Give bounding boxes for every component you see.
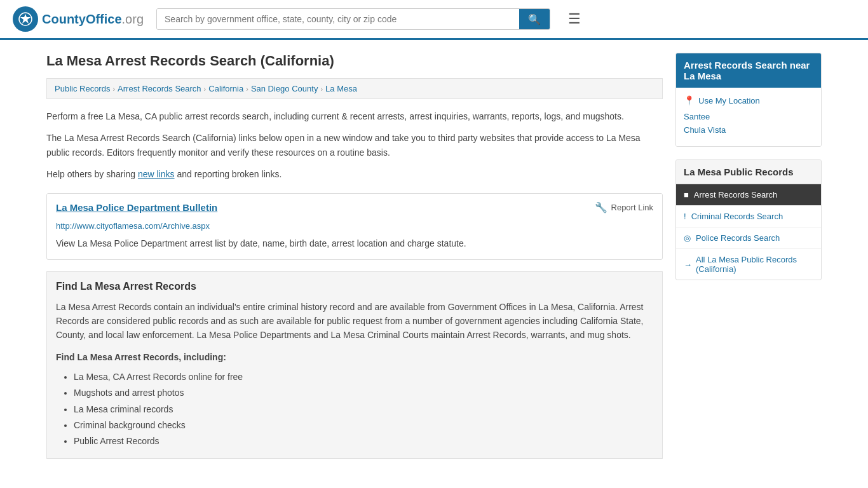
description-1: Perform a free La Mesa, CA public arrest… — [46, 109, 663, 123]
description-3: Help others by sharing new links and rep… — [46, 167, 663, 181]
list-item: Public Arrest Records — [74, 433, 653, 449]
record-card-title: La Mesa Police Department Bulletin — [56, 202, 217, 213]
use-my-location-link[interactable]: 📍 Use My Location — [684, 95, 813, 105]
site-header: CountyOffice.org 🔍 ☰ — [0, 0, 868, 40]
record-description: View La Mesa Police Department arrest li… — [47, 233, 662, 259]
record-card-header: La Mesa Police Department Bulletin 🔧 Rep… — [47, 194, 662, 221]
search-bar: 🔍 — [156, 8, 550, 30]
report-link-button[interactable]: 🔧 Report Link — [595, 201, 653, 214]
new-links-link[interactable]: new links — [138, 169, 175, 179]
location-pin-icon: 📍 — [684, 95, 695, 105]
record-card: La Mesa Police Department Bulletin 🔧 Rep… — [46, 193, 663, 260]
breadcrumb-link-california[interactable]: California — [208, 84, 243, 93]
nearby-link-santee[interactable]: Santee — [684, 112, 813, 121]
nearby-search-title: Arrest Records Search near La Mesa — [676, 53, 821, 88]
find-including-label: Find La Mesa Arrest Records, including: — [56, 350, 653, 364]
arrow-right-icon: → — [684, 260, 692, 269]
logo-icon — [13, 6, 38, 32]
breadcrumb-link-la-mesa[interactable]: La Mesa — [325, 84, 357, 93]
all-public-records-link[interactable]: → All La Mesa Public Records (California… — [676, 249, 821, 280]
breadcrumb-sep-3: › — [246, 85, 248, 93]
find-section-body: La Mesa Arrest Records contain an indivi… — [56, 300, 653, 342]
description-2: The La Mesa Arrest Records Search (Calif… — [46, 131, 663, 159]
sidebar-item-police-records[interactable]: ◎ Police Records Search — [676, 227, 821, 249]
breadcrumb-sep-1: › — [112, 85, 115, 93]
list-item: Mugshots and arrest photos — [74, 385, 653, 401]
sidebar-item-criminal-records[interactable]: ! Criminal Records Search — [676, 206, 821, 227]
find-section-title: Find La Mesa Arrest Records — [56, 281, 653, 292]
list-item: La Mesa, CA Arrest Records online for fr… — [74, 369, 653, 385]
nearby-search-body: 📍 Use My Location Santee Chula Vista — [676, 88, 821, 146]
sidebar: Arrest Records Search near La Mesa 📍 Use… — [675, 53, 822, 459]
wrench-icon: 🔧 — [595, 201, 607, 214]
breadcrumb-sep-2: › — [204, 85, 207, 93]
breadcrumb-sep-4: › — [320, 85, 323, 93]
sidebar-item-arrest-records[interactable]: ■ Arrest Records Search — [676, 184, 821, 206]
public-records-box: La Mesa Public Records ■ Arrest Records … — [675, 159, 822, 280]
list-item: Criminal background checks — [74, 417, 653, 433]
breadcrumb-link-san-diego[interactable]: San Diego County — [251, 84, 318, 93]
hamburger-icon: ☰ — [568, 11, 581, 27]
search-button[interactable]: 🔍 — [519, 9, 550, 29]
main-container: La Mesa Arrest Records Search (Californi… — [34, 40, 834, 471]
list-item: La Mesa criminal records — [74, 402, 653, 417]
arrest-records-icon: ■ — [684, 190, 689, 200]
site-logo[interactable]: CountyOffice.org — [13, 6, 144, 32]
page-title: La Mesa Arrest Records Search (Californi… — [46, 53, 663, 69]
search-icon: 🔍 — [528, 14, 541, 25]
find-items-list: La Mesa, CA Arrest Records online for fr… — [74, 369, 653, 449]
content-area: La Mesa Arrest Records Search (Californi… — [46, 53, 663, 459]
public-records-title: La Mesa Public Records — [676, 160, 821, 184]
breadcrumb-link-public-records[interactable]: Public Records — [55, 84, 110, 93]
logo-text: CountyOffice.org — [42, 12, 144, 27]
nearby-search-box: Arrest Records Search near La Mesa 📍 Use… — [675, 53, 822, 147]
record-title-link[interactable]: La Mesa Police Department Bulletin — [56, 202, 217, 213]
record-url-link[interactable]: http://www.cityoflamesa.com/Archive.aspx — [47, 221, 662, 233]
criminal-records-icon: ! — [684, 212, 686, 221]
police-records-icon: ◎ — [684, 233, 691, 243]
find-section: Find La Mesa Arrest Records La Mesa Arre… — [46, 271, 663, 459]
nearby-link-chula-vista[interactable]: Chula Vista — [684, 125, 813, 135]
hamburger-menu-button[interactable]: ☰ — [563, 8, 586, 30]
breadcrumb-link-arrest-records[interactable]: Arrest Records Search — [118, 84, 201, 93]
search-input[interactable] — [157, 9, 519, 29]
breadcrumb: Public Records › Arrest Records Search ›… — [46, 78, 663, 99]
